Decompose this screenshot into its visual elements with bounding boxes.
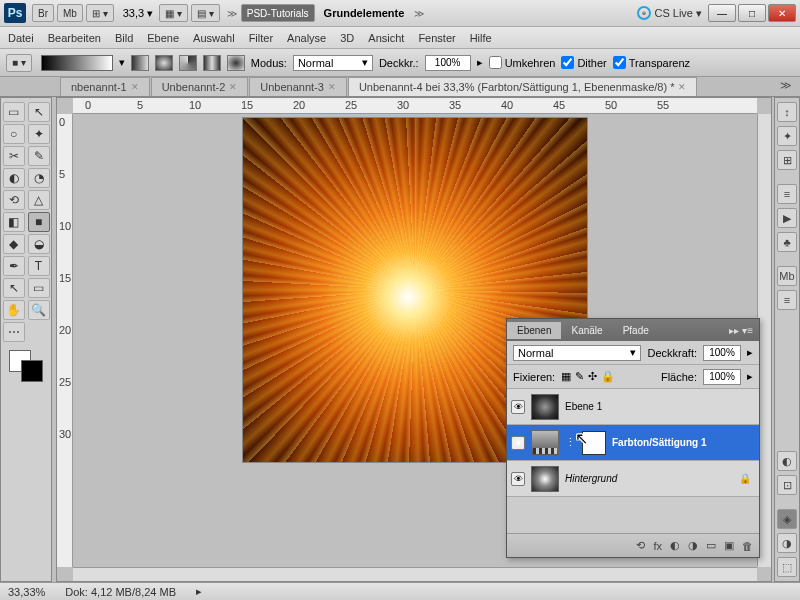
chevron-right-icon[interactable]: ▸ — [747, 346, 753, 359]
delete-layer-icon[interactable]: 🗑 — [742, 540, 753, 552]
menu-ebene[interactable]: Ebene — [147, 32, 179, 44]
chevron-right-icon[interactable]: ▸ — [477, 56, 483, 69]
menu-filter[interactable]: Filter — [249, 32, 273, 44]
minimize-button[interactable]: — — [708, 4, 736, 22]
more-tools[interactable]: ⋯ — [3, 322, 25, 342]
deckkr-input[interactable] — [425, 55, 471, 71]
adjustment-layer-icon[interactable]: ◑ — [688, 539, 698, 552]
visibility-icon[interactable]: 👁 — [511, 436, 525, 450]
layer-group-icon[interactable]: ▭ — [706, 539, 716, 552]
mb-button[interactable]: Mb — [57, 4, 83, 22]
tab-pfade[interactable]: Pfade — [613, 322, 659, 339]
close-icon[interactable]: ✕ — [131, 82, 139, 92]
lock-transparency-icon[interactable]: ▦ — [561, 370, 571, 383]
gradient-linear[interactable] — [131, 55, 149, 71]
lasso-tool[interactable]: ○ — [3, 124, 25, 144]
workspace-psdtutorials[interactable]: PSD-Tutorials — [241, 4, 315, 22]
layer-mask-thumbnail[interactable] — [582, 431, 606, 455]
lock-position-icon[interactable]: ✣ — [588, 370, 597, 383]
layer-row-selected[interactable]: 👁 ⋮ Farbton/Sättigung 1 — [507, 425, 759, 461]
close-icon[interactable]: ✕ — [229, 82, 237, 92]
status-zoom[interactable]: 33,33% — [8, 586, 45, 598]
type-tool[interactable]: T — [28, 256, 50, 276]
layer-name[interactable]: Ebene 1 — [565, 401, 602, 412]
heal-tool[interactable]: ◐ — [3, 168, 25, 188]
dock-icon[interactable]: ✦ — [777, 126, 797, 146]
extras-button[interactable]: ▤ ▾ — [191, 4, 220, 22]
deckkraft-input[interactable] — [703, 345, 741, 361]
path-tool[interactable]: ↖ — [3, 278, 25, 298]
close-icon[interactable]: ✕ — [678, 82, 686, 92]
dock-icon[interactable]: ◑ — [777, 533, 797, 553]
shape-tool[interactable]: ▭ — [28, 278, 50, 298]
eraser-tool[interactable]: ◧ — [3, 212, 25, 232]
chevron-right-icon[interactable]: ▸ — [196, 585, 202, 598]
transparenz-checkbox[interactable]: Transparenz — [613, 56, 690, 69]
brush-tool[interactable]: ◔ — [28, 168, 50, 188]
dodge-tool[interactable]: ◒ — [28, 234, 50, 254]
chevron-right-icon[interactable]: ≫ — [414, 8, 424, 19]
dock-icon[interactable]: ▶ — [777, 208, 797, 228]
zoom-tool[interactable]: 🔍 — [28, 300, 50, 320]
doc-tab[interactable]: Unbenannt-3✕ — [249, 77, 347, 96]
doc-tab[interactable]: nbenannt-1✕ — [60, 77, 150, 96]
menu-auswahl[interactable]: Auswahl — [193, 32, 235, 44]
gradient-tool[interactable]: ■ — [28, 212, 50, 232]
panel-menu-icon[interactable]: ▸▸ ▾≡ — [723, 325, 759, 336]
menu-3d[interactable]: 3D — [340, 32, 354, 44]
gradient-angle[interactable] — [179, 55, 197, 71]
new-layer-icon[interactable]: ▣ — [724, 539, 734, 552]
pen-tool[interactable]: ✒ — [3, 256, 25, 276]
dock-icon[interactable]: ♣ — [777, 232, 797, 252]
layer-name[interactable]: Farbton/Sättigung 1 — [612, 437, 706, 448]
tool-preset-button[interactable]: ■ ▾ — [6, 54, 32, 72]
background-color[interactable] — [21, 360, 43, 382]
status-dok[interactable]: Dok: 4,12 MB/8,24 MB — [65, 586, 176, 598]
tab-kanaele[interactable]: Kanäle — [561, 322, 612, 339]
scrollbar-horizontal[interactable] — [73, 567, 757, 581]
visibility-icon[interactable]: 👁 — [511, 472, 525, 486]
layer-mask-icon[interactable]: ◐ — [670, 539, 680, 552]
doc-tab[interactable]: Unbenannt-2✕ — [151, 77, 249, 96]
gradient-diamond[interactable] — [227, 55, 245, 71]
gradient-reflected[interactable] — [203, 55, 221, 71]
umkehren-checkbox[interactable]: Umkehren — [489, 56, 556, 69]
crop-tool[interactable]: ✂ — [3, 146, 25, 166]
dock-icon[interactable]: ≡ — [777, 290, 797, 310]
flaeche-input[interactable] — [703, 369, 741, 385]
dock-icon[interactable]: ⊡ — [777, 475, 797, 495]
tabs-overflow[interactable]: ≫ — [772, 77, 800, 96]
workspace-grundelemente[interactable]: Grundelemente — [324, 7, 405, 19]
close-icon[interactable]: ✕ — [328, 82, 336, 92]
layer-thumbnail[interactable] — [531, 394, 559, 420]
screen-mode-button[interactable]: ⊞ ▾ — [86, 4, 114, 22]
menu-hilfe[interactable]: Hilfe — [470, 32, 492, 44]
blend-mode-select[interactable]: Normal▾ — [513, 345, 641, 361]
eyedropper-tool[interactable]: ✎ — [28, 146, 50, 166]
menu-analyse[interactable]: Analyse — [287, 32, 326, 44]
tab-ebenen[interactable]: Ebenen — [507, 322, 561, 339]
dock-icon[interactable]: ⬚ — [777, 557, 797, 577]
ruler-vertical[interactable]: 051015202530 — [57, 114, 73, 567]
dock-icon[interactable]: ◐ — [777, 451, 797, 471]
color-picker[interactable] — [3, 350, 49, 384]
dock-icon[interactable]: ↕ — [777, 102, 797, 122]
visibility-icon[interactable]: 👁 — [511, 400, 525, 414]
arrange-button[interactable]: ▦ ▾ — [159, 4, 188, 22]
doc-tab-active[interactable]: Unbenannt-4 bei 33,3% (Farbton/Sättigung… — [348, 77, 698, 96]
link-layers-icon[interactable]: ⟲ — [636, 539, 645, 552]
layer-row[interactable]: 👁 Ebene 1 — [507, 389, 759, 425]
menu-bearbeiten[interactable]: Bearbeiten — [48, 32, 101, 44]
menu-ansicht[interactable]: Ansicht — [368, 32, 404, 44]
dock-icon[interactable]: ≡ — [777, 184, 797, 204]
close-button[interactable]: ✕ — [768, 4, 796, 22]
history-tool[interactable]: △ — [28, 190, 50, 210]
menu-fenster[interactable]: Fenster — [418, 32, 455, 44]
chevron-down-icon[interactable]: ▾ — [119, 56, 125, 69]
lock-pixels-icon[interactable]: ✎ — [575, 370, 584, 383]
dock-icon[interactable]: Mb — [777, 266, 797, 286]
hand-tool[interactable]: ✋ — [3, 300, 25, 320]
maximize-button[interactable]: □ — [738, 4, 766, 22]
bridge-button[interactable]: Br — [32, 4, 54, 22]
chevron-right-icon[interactable]: ▸ — [747, 370, 753, 383]
